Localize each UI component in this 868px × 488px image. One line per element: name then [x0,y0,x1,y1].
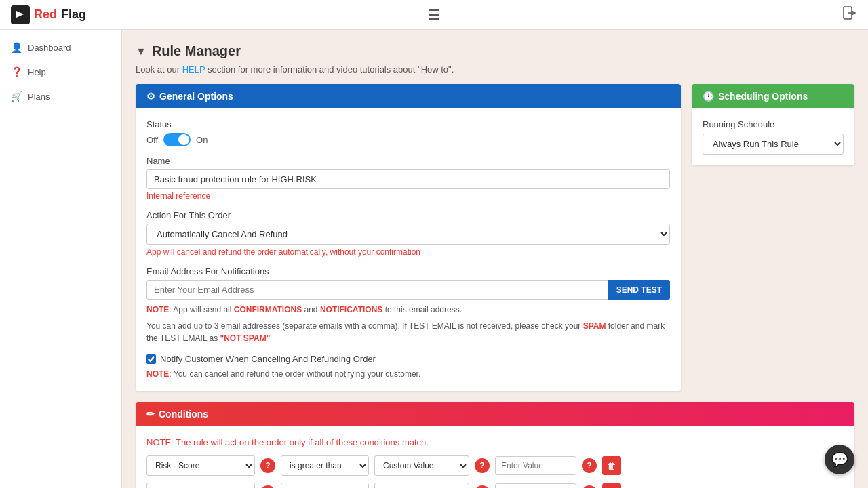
logo: RedFlag [11,5,86,24]
condition-2-value-input[interactable] [495,483,576,488]
sidebar: 👤 Dashboard ❓ Help 🛒 Plans [0,30,122,488]
notify-checkbox-label: Notify Customer When Canceling And Refun… [160,354,376,364]
page-title-text: Rule Manager [152,43,241,59]
scheduling-options-header: 🕐 Scheduling Options [692,84,854,108]
filter-icon: ▼ [136,45,146,58]
conditions-title: Conditions [159,409,208,420]
action-label: Action For This Order [146,210,670,220]
internal-reference-link[interactable]: Internal reference [146,191,670,201]
email-row: SEND TEST [146,280,670,300]
condition-1-value-input[interactable] [495,456,576,475]
sidebar-item-dashboard[interactable]: 👤 Dashboard [0,35,121,60]
send-test-button[interactable]: SEND TEST [608,280,670,300]
scheduling-options-title: Scheduling Options [718,91,808,102]
status-toggle[interactable] [163,133,191,146]
email-group: Email Address For Notifications SEND TES… [146,266,670,344]
action-group: Action For This Order Automatically Canc… [146,210,670,257]
scheduling-options-col: 🕐 Scheduling Options Running Schedule Al… [692,84,854,391]
sidebar-item-help[interactable]: ❓ Help [0,60,121,84]
sidebar-label-dashboard: Dashboard [28,43,71,53]
action-note: App will cancel and refund the order aut… [146,247,670,257]
notify-checkbox-row: Notify Customer When Canceling And Refun… [146,354,670,364]
condition-2-delete-button[interactable]: 🗑 [602,483,621,488]
general-options-header: ⚙ General Options [136,84,681,108]
running-schedule-select[interactable]: Always Run This Rule Run On Schedule Run… [703,134,844,155]
logo-icon [11,5,30,24]
condition-1-value-type-select[interactable]: Custom Value Order Value [374,455,469,476]
clock-icon: 🕐 [703,91,714,102]
general-options-col: ⚙ General Options Status Off [136,84,681,391]
notify-checkbox[interactable] [146,354,156,364]
email-input[interactable] [146,280,608,300]
email-note-1: NOTE: App will send all CONFIRMATIONS an… [146,304,670,316]
conditions-header: ✏ Conditions [136,402,854,426]
condition-2-value-help[interactable]: ? [582,485,597,488]
condition-1-value-type-help[interactable]: ? [475,458,490,473]
page-title: ▼ Rule Manager [136,43,854,59]
scheduling-options-body: Running Schedule Always Run This Rule Ru… [692,108,854,165]
condition-1-value-help[interactable]: ? [582,458,597,473]
condition-1-field-select[interactable]: Risk - Score Risk - Level Order Total Co… [146,455,255,476]
email-label: Email Address For Notifications [146,266,670,277]
condition-row-2: Risk - Lavel Risk - Score Order Total Co… [146,483,844,488]
layout: 👤 Dashboard ❓ Help 🛒 Plans ▼ Rule Manage… [0,30,868,488]
logo-flag: Flag [61,7,86,22]
status-label: Status [146,119,670,129]
running-schedule-label: Running Schedule [703,119,844,129]
notify-note: NOTE: You can cancel and refund the orde… [146,368,670,380]
toggle-off-label: Off [146,135,158,145]
condition-2-field-help[interactable]: ? [260,485,275,488]
condition-2-operator-select[interactable]: is equal to is greater than is less than… [281,483,369,488]
name-input[interactable] [146,169,670,189]
condition-2-value-type-help[interactable]: ? [475,485,490,488]
conditions-body: NOTE: The rule will act on the order onl… [136,426,854,488]
toggle-row: Off On [146,133,670,146]
dashboard-icon: 👤 [11,42,22,53]
general-options-body: Status Off On [136,108,681,391]
help-link[interactable]: HELP [182,64,205,75]
name-group: Name Internal reference [146,156,670,201]
condition-1-delete-button[interactable]: 🗑 [602,456,621,475]
condition-row-1: Risk - Score Risk - Level Order Total Co… [146,455,844,476]
toggle-on-label: On [196,135,208,145]
edit-icon: ✏ [146,409,155,420]
help-text: Look at our HELP section for more inform… [136,64,854,75]
scheduling-options-card: 🕐 Scheduling Options Running Schedule Al… [692,84,854,165]
condition-1-field-help[interactable]: ? [260,458,275,473]
plans-icon: 🛒 [11,91,22,102]
sidebar-item-plans[interactable]: 🛒 Plans [0,84,121,108]
action-select[interactable]: Automatically Cancel And Refund Flag For… [146,224,670,245]
general-options-card: ⚙ General Options Status Off [136,84,681,391]
condition-1-operator-select[interactable]: is greater than is equal to is less than… [281,455,369,476]
chat-bubble-button[interactable]: 💬 [825,445,854,474]
top-nav: RedFlag ☰ [0,0,868,30]
condition-2-field-select[interactable]: Risk - Lavel Risk - Score Order Total Co… [146,483,255,488]
logo-red: Red [34,7,57,22]
chat-icon: 💬 [831,451,848,468]
delete-icon-1: 🗑 [607,460,616,471]
conditions-card: ✏ Conditions NOTE: The rule will act on … [136,402,854,488]
email-note-2: You can add up to 3 email addresses (sep… [146,320,670,344]
toggle-slider [163,133,191,146]
two-col-layout: ⚙ General Options Status Off [136,84,854,391]
conditions-note: NOTE: The rule will act on the order onl… [146,437,844,447]
sidebar-label-plans: Plans [28,92,50,102]
status-group: Status Off On [146,119,670,146]
help-icon: ❓ [11,66,22,77]
main-content: ▼ Rule Manager Look at our HELP section … [122,30,868,488]
general-options-title: General Options [159,91,233,102]
hamburger-button[interactable]: ☰ [428,7,440,23]
sidebar-label-help: Help [28,67,46,77]
condition-2-value-type-select[interactable]: Custom Value Order Value [374,483,469,488]
logout-button[interactable] [842,5,857,24]
gear-icon: ⚙ [146,91,155,102]
name-label: Name [146,156,670,166]
